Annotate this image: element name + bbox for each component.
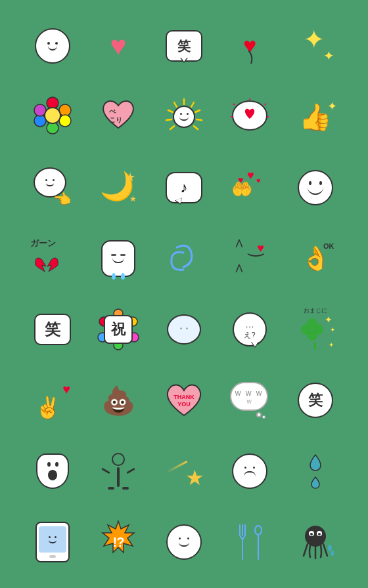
thank-you-container: THANK YOU bbox=[160, 377, 208, 424]
pink-heart-icon: ♥ bbox=[110, 30, 127, 62]
wara-circle: 笑 bbox=[298, 383, 333, 418]
bekori-wrap: べ こり bbox=[99, 98, 137, 136]
cell-r1c4: ♥ bbox=[217, 10, 283, 81]
gaaan-container: ガーン bbox=[29, 235, 76, 282]
tear-right bbox=[121, 273, 125, 280]
cell-r6c1: ✌️ ♥ bbox=[20, 365, 85, 436]
clover-container: おまじに ✦ ✦ ✦ bbox=[292, 306, 339, 353]
cry-eyes bbox=[111, 254, 126, 256]
star-trail bbox=[166, 461, 187, 474]
heart-speech-wrap bbox=[231, 98, 269, 135]
clover-left bbox=[301, 324, 311, 335]
gaaan-text: ガーン bbox=[30, 238, 56, 249]
cell-r7c4 bbox=[217, 436, 283, 507]
fork-figure-wrap bbox=[101, 453, 136, 490]
simple-eye-r bbox=[187, 537, 189, 539]
svg-line-20 bbox=[265, 104, 266, 105]
cell-r2c2: べ こり bbox=[85, 81, 151, 152]
pink-heart-container: ♥ bbox=[95, 22, 142, 70]
cell-r5c3 bbox=[151, 294, 217, 365]
cell-r6c4: w w w w bbox=[217, 365, 283, 436]
svg-text:こり: こり bbox=[109, 116, 122, 123]
fork-head bbox=[112, 453, 125, 466]
fork-body-wrap bbox=[110, 467, 126, 487]
star-icon-1: ★ bbox=[125, 170, 135, 184]
svg-line-15 bbox=[168, 110, 173, 112]
sun-face bbox=[173, 106, 195, 128]
happy-eye-l bbox=[309, 181, 311, 185]
iwai-text: 祝 bbox=[111, 320, 126, 339]
heart-speech-svg bbox=[231, 98, 269, 135]
eyes bbox=[47, 42, 58, 45]
happy-face bbox=[298, 170, 333, 205]
cell-r2c1 bbox=[20, 81, 85, 152]
spoon-svg bbox=[254, 524, 263, 560]
fork-foot-l bbox=[108, 487, 114, 490]
svg-line-22 bbox=[233, 104, 235, 105]
www-bubble-1 bbox=[256, 412, 262, 417]
dots-icon: … bbox=[246, 320, 254, 330]
laugh-text-container: 笑 bbox=[29, 306, 76, 353]
face-eye-r bbox=[53, 179, 55, 181]
fork-arm-left bbox=[101, 468, 110, 474]
simple-mouth bbox=[179, 542, 189, 547]
thank-you-text-wrap: THANK YOU bbox=[173, 394, 195, 408]
speech-question-bubble: … え? bbox=[233, 312, 267, 346]
face-eyes bbox=[45, 179, 55, 181]
bekori-heart-svg: べ こり bbox=[99, 98, 137, 133]
cell-r3c3: ♪ bbox=[151, 152, 217, 223]
cell-r3c5 bbox=[283, 152, 348, 223]
drop-small-svg bbox=[306, 476, 325, 489]
cell-r5c5: おまじに ✦ ✦ ✦ bbox=[283, 294, 348, 365]
thumbs-up-container: 👍 ✦ bbox=[292, 93, 339, 140]
hearts-hands-svg: 🤲 ♥ ♥ ♥ bbox=[230, 169, 269, 207]
victory-sign-icon: ✌️ bbox=[35, 395, 61, 420]
smile-heart-container: ＾‿＾ ♥ bbox=[226, 235, 273, 282]
cell-r3c4: 🤲 ♥ ♥ ♥ bbox=[217, 152, 283, 223]
e-question-text: え? bbox=[244, 330, 255, 340]
clover-sparkle-1: ✦ bbox=[325, 314, 333, 326]
cell-r8c4 bbox=[217, 507, 283, 578]
tablet-screen bbox=[39, 526, 66, 553]
cell-r6c5: 笑 bbox=[283, 365, 348, 436]
cell-r2c3 bbox=[151, 81, 217, 152]
svg-line-16 bbox=[166, 119, 172, 120]
flower-svg bbox=[34, 96, 72, 135]
thank-you-line2: YOU bbox=[173, 401, 195, 408]
www-top-text: w w w bbox=[235, 388, 264, 398]
wara-circle-container: 笑 bbox=[292, 377, 339, 424]
cell-r2c5: 👍 ✦ bbox=[283, 81, 348, 152]
utensils-group bbox=[237, 524, 263, 560]
cell-r1c2: ♥ bbox=[85, 10, 151, 81]
svg-text:♥: ♥ bbox=[247, 169, 254, 182]
simple-eyes bbox=[179, 537, 189, 539]
celebration-wrap: 祝 bbox=[96, 307, 141, 352]
sad-eye-r bbox=[253, 467, 255, 469]
blob-eye-r bbox=[186, 327, 188, 329]
sad-mouth bbox=[244, 471, 256, 476]
simple-eye-l bbox=[179, 537, 181, 539]
water-swish-container bbox=[160, 235, 208, 282]
iwai-box: 祝 bbox=[104, 315, 133, 344]
cell-r1c3: 笑 bbox=[151, 10, 217, 81]
octopus-wrap bbox=[296, 523, 334, 561]
sparkle-large: ✦ bbox=[303, 27, 325, 53]
svg-point-46 bbox=[310, 533, 313, 536]
cell-r4c4: ＾‿＾ ♥ bbox=[217, 223, 283, 294]
fork-figure-container bbox=[95, 448, 142, 495]
face-blob-container bbox=[29, 22, 76, 70]
octopus-svg bbox=[297, 523, 334, 561]
poop-container: 💩 bbox=[95, 377, 142, 424]
tablet-device bbox=[35, 522, 70, 562]
star-icon-2: ★ bbox=[129, 194, 137, 204]
emoji-grid: ♥ 笑 ♥ ✦ ✦ bbox=[14, 5, 354, 583]
balloon-string bbox=[239, 51, 259, 69]
scared-mouth bbox=[48, 470, 57, 480]
www-bottom-text: w bbox=[246, 398, 251, 405]
sun-eyes bbox=[180, 113, 189, 115]
small-heart-icon: ♥ bbox=[62, 382, 70, 397]
wara-kanji-circle: 笑 bbox=[308, 390, 323, 410]
water-svg bbox=[165, 241, 203, 276]
cell-r3c1: 👉 bbox=[20, 152, 85, 223]
face-mouth bbox=[46, 183, 54, 186]
